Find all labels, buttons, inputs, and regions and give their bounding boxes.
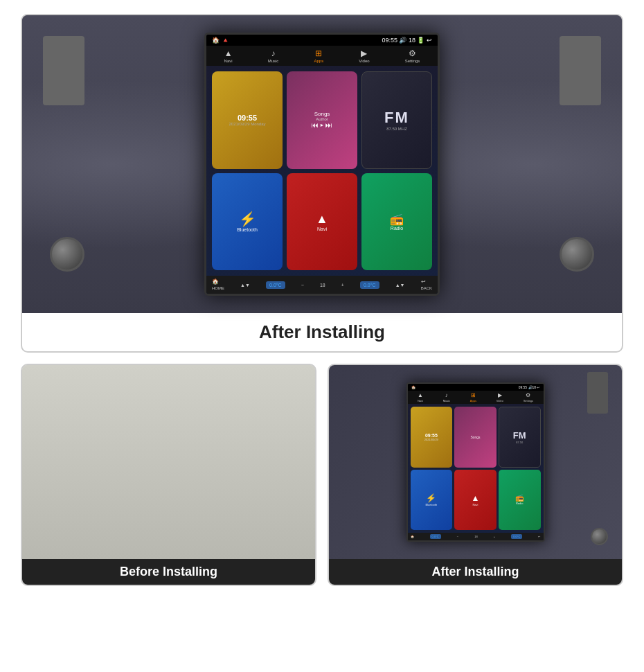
status-time: 09:55 🔊 18 🔋 ↩ — [382, 37, 432, 44]
time-display: 09:55 — [238, 114, 257, 122]
status-icons: 🏠 🔺 — [212, 37, 229, 44]
navi-app-icon: ▲ — [316, 212, 328, 227]
apps-grid: 09:55 2021/03/29 Monday Songs Author ⏮ ▶… — [206, 66, 438, 276]
nav-navi-small[interactable]: ▲Navi — [418, 392, 423, 403]
right-vent-small — [587, 372, 608, 414]
navi-label: Navi — [224, 59, 233, 63]
temp-right: 0.0°C — [360, 281, 379, 289]
minus-btn[interactable]: − — [301, 283, 304, 288]
main-container: 🏠 🔺 09:55 🔊 18 🔋 ↩ ▲ Navi ♪ Music — [0, 0, 644, 672]
radio-label: Radio — [391, 226, 403, 231]
navi-icon2-small: ▲ — [472, 493, 480, 503]
after-image-small: 🏠 09:55 🔊18 ↩ ▲Navi ♪Music ⊞Apps ▶Video … — [329, 365, 622, 559]
fm-text-small: FM — [513, 430, 526, 441]
status-icons-small: 🏠 — [411, 385, 415, 389]
temp-left: 0.0°C — [266, 281, 285, 289]
before-label: Before Installing — [22, 559, 315, 585]
up-down-right[interactable]: ▲▼ — [395, 283, 405, 288]
screen-large: 🏠 🔺 09:55 🔊 18 🔋 ↩ ▲ Navi ♪ Music — [206, 35, 438, 294]
knob-left — [50, 237, 84, 272]
before-image: AM/FM RPT 2:53 CD/AUX A.SEL ◄◄TUNE▶▶ ◄◄S… — [22, 365, 315, 559]
settings-icon-small: ⚙ — [526, 392, 530, 398]
top-section: 🏠 🔺 09:55 🔊 18 🔋 ↩ ▲ Navi ♪ Music — [21, 14, 623, 353]
navi-icon-small: ▲ — [418, 392, 423, 398]
music-icon: ♪ — [271, 48, 276, 58]
minus-small[interactable]: − — [457, 535, 458, 538]
play-controls: ⏮ ▶ ⏭ — [312, 121, 333, 129]
head-unit-small: 🏠 09:55 🔊18 ↩ ▲Navi ♪Music ⊞Apps ▶Video … — [406, 382, 545, 542]
plus-small[interactable]: + — [494, 535, 495, 538]
navi-label-small: Navi — [472, 503, 478, 506]
bluetooth-icon: ⚡ — [239, 211, 256, 227]
bluetooth-card[interactable]: ⚡ Bluetooth — [212, 173, 283, 271]
nav-music[interactable]: ♪ Music — [268, 48, 279, 63]
fm-small[interactable]: FM 87.50 — [499, 407, 541, 468]
settings-icon: ⚙ — [409, 48, 416, 58]
top-image: 🏠 🔺 09:55 🔊 18 🔋 ↩ ▲ Navi ♪ Music — [22, 15, 622, 313]
screen-small: 🏠 09:55 🔊18 ↩ ▲Navi ♪Music ⊞Apps ▶Video … — [408, 384, 544, 540]
navi-small[interactable]: ▲ Navi — [454, 470, 497, 531]
bottom-section: AM/FM RPT 2:53 CD/AUX A.SEL ◄◄TUNE▶▶ ◄◄S… — [21, 364, 623, 586]
video-icon-small: ▶ — [498, 392, 502, 398]
navi-icon: ▲ — [224, 48, 233, 58]
vent-right — [560, 36, 601, 105]
nav-apps[interactable]: ⊞ Apps — [314, 48, 324, 63]
fan-level: 18 — [320, 283, 325, 288]
settings-label: Settings — [405, 59, 420, 63]
date-display: 2021/03/29 Monday — [229, 122, 265, 126]
nav-video[interactable]: ▶ Video — [359, 48, 369, 63]
knob-right — [560, 237, 594, 272]
apps-grid-small: 09:55 2021/03/29 Songs FM 87.50 — [408, 404, 544, 533]
back-btn[interactable]: ↩BACK — [421, 278, 432, 291]
bluetooth-label: Bluetooth — [237, 227, 258, 232]
status-bar-small: 🏠 09:55 🔊18 ↩ — [408, 384, 544, 391]
freq-small: 87.50 — [516, 441, 523, 444]
video-label: Video — [359, 59, 369, 63]
date-small: 2021/03/29 — [424, 438, 438, 441]
fm-card[interactable]: FM 87.50 MHZ — [361, 71, 432, 169]
music-card[interactable]: 09:55 2021/03/29 Monday — [212, 71, 283, 169]
head-unit-large: 🏠 🔺 09:55 🔊 18 🔋 ↩ ▲ Navi ♪ Music — [204, 33, 440, 296]
up-down-left[interactable]: ▲▼ — [240, 283, 250, 288]
freq-display: 87.50 MHZ — [386, 127, 407, 131]
nav-settings[interactable]: ⚙ Settings — [405, 48, 420, 63]
vent-left — [43, 36, 84, 105]
after-label-small: After Installing — [329, 559, 622, 585]
music-label: Music — [268, 59, 279, 63]
screen-content-large: 🏠 🔺 09:55 🔊 18 🔋 ↩ ▲ Navi ♪ Music — [206, 35, 438, 294]
temp-left-small: 0.0°C — [430, 534, 441, 539]
screen-content-small: 🏠 09:55 🔊18 ↩ ▲Navi ♪Music ⊞Apps ▶Video … — [408, 384, 544, 540]
navi-card[interactable]: ▲ Navi — [287, 173, 357, 271]
album-small[interactable]: Songs — [454, 407, 497, 468]
after-installing-top-label: After Installing — [259, 313, 385, 351]
radio-card[interactable]: 📻 Radio — [361, 173, 432, 271]
status-time-small: 09:55 🔊18 ↩ — [519, 385, 540, 389]
nav-settings-small[interactable]: ⚙Settings — [524, 392, 533, 403]
time-small: 09:55 — [425, 433, 438, 438]
music-small[interactable]: 09:55 2021/03/29 — [411, 407, 453, 468]
temp-right-small: 0.0°C — [511, 534, 522, 539]
home-btn[interactable]: 🏠HOME — [212, 278, 224, 291]
back-small[interactable]: ↩ — [538, 535, 540, 538]
nav-music-small[interactable]: ♪Music — [443, 392, 450, 403]
nav-bar: ▲ Navi ♪ Music ⊞ Apps — [206, 46, 438, 66]
radio-icon-small: 📻 — [515, 494, 524, 502]
fm-text: FM — [384, 109, 409, 127]
after-card: 🏠 09:55 🔊18 ↩ ▲Navi ♪Music ⊞Apps ▶Video … — [328, 364, 623, 586]
radio-icon: 📻 — [390, 213, 404, 226]
radio-small[interactable]: 📻 Radio — [499, 470, 541, 531]
apps-icon-small: ⊞ — [471, 392, 476, 398]
nav-apps-small[interactable]: ⊞Apps — [470, 392, 476, 403]
nav-video-small[interactable]: ▶Video — [497, 392, 503, 403]
home-small[interactable]: 🏠 — [411, 535, 414, 538]
navi-app-label: Navi — [317, 227, 327, 231]
bottom-controls-small: 🏠 0.0°C − 18 + 0.0°C ↩ — [408, 533, 544, 540]
nav-navi[interactable]: ▲ Navi — [224, 48, 233, 63]
album-card[interactable]: Songs Author ⏮ ▶ ⏭ — [287, 71, 357, 169]
bluetooth-small[interactable]: ⚡ Bluetooth — [411, 470, 453, 531]
bottom-controls: 🏠HOME ▲▼ 0.0°C − 18 + 0.0°C ▲▼ ↩BACK — [206, 276, 438, 294]
plus-btn[interactable]: + — [341, 283, 344, 288]
right-knob-small — [591, 528, 608, 545]
songs-label: Songs — [314, 111, 330, 117]
before-card: AM/FM RPT 2:53 CD/AUX A.SEL ◄◄TUNE▶▶ ◄◄S… — [21, 364, 316, 586]
